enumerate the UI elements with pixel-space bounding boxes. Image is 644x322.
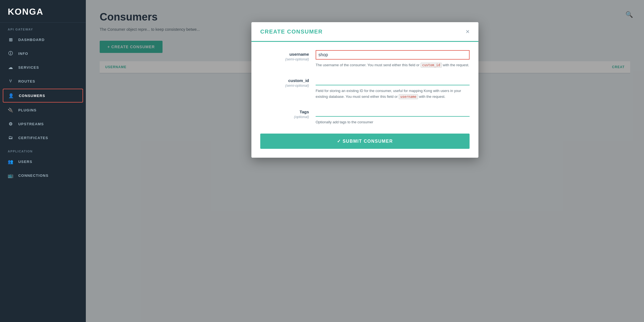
username-input[interactable] — [316, 50, 470, 60]
username-hint-after: with the request. — [442, 63, 469, 67]
sidebar-item-routes[interactable]: ⑂ ROUTES — [0, 74, 86, 88]
username-sub-label: (semi-optional) — [285, 57, 309, 61]
username-label: username — [260, 52, 309, 57]
username-label-col: username (semi-optional) — [260, 50, 316, 62]
logo-area: KONGA — [0, 0, 86, 23]
custom-id-row: custom_id (semi-optional) Field for stor… — [260, 76, 470, 100]
create-consumer-modal: CREATE CONSUMER × username (semi-optiona… — [251, 22, 478, 158]
upstream-icon: ⚙ — [8, 121, 14, 127]
username-hint: The username of the consumer. You must s… — [316, 62, 470, 68]
sidebar-item-certificates[interactable]: 🗂 CERTIFICATES — [0, 131, 86, 145]
sidebar-item-users[interactable]: 👥 USERS — [0, 155, 86, 168]
tags-label: Tags — [260, 109, 309, 114]
username-input-col: The username of the consumer. You must s… — [316, 50, 470, 68]
sidebar-item-connections[interactable]: 📺 CONNECTIONS — [0, 168, 86, 182]
custom-id-label-col: custom_id (semi-optional) — [260, 76, 316, 88]
sidebar-section-application: APPLICATION — [0, 145, 86, 155]
custom-id-input[interactable] — [316, 76, 470, 85]
connections-icon: 📺 — [8, 172, 14, 178]
modal-body: username (semi-optional) The username of… — [251, 42, 478, 158]
tags-row: Tags (optional) Optionally add tags to t… — [260, 108, 470, 125]
info-icon: ⓘ — [8, 50, 14, 57]
tags-input[interactable] — [316, 108, 470, 117]
submit-consumer-button[interactable]: ✓ SUBMIT CONSUMER — [260, 134, 470, 149]
sidebar-item-plugins[interactable]: 🔌 PLUGINS — [0, 103, 86, 117]
main-area: 🔍 Consumers The Consumer object repre...… — [86, 0, 644, 322]
sidebar-item-label: CONSUMERS — [19, 94, 45, 98]
modal-close-button[interactable]: × — [466, 28, 470, 35]
sidebar-item-label: UPSTREAMS — [18, 122, 44, 126]
tags-hint: Optionally add tags to the consumer — [316, 119, 470, 125]
custom-id-hint-after: with the request. — [418, 94, 445, 99]
plugin-icon: 🔌 — [8, 107, 14, 113]
sidebar-item-label: CERTIFICATES — [18, 136, 48, 140]
certificate-icon: 🗂 — [8, 135, 14, 141]
tags-label-col: Tags (optional) — [260, 108, 316, 119]
sidebar-item-label: PLUGINS — [18, 108, 37, 112]
sidebar-item-label: CONNECTIONS — [18, 173, 48, 178]
custom-id-input-col: Field for storing an existing ID for the… — [316, 76, 470, 100]
custom-id-sub-label: (semi-optional) — [285, 83, 309, 88]
username-hint-before: The username of the consumer. You must s… — [316, 63, 421, 67]
modal-overlay: CREATE CONSUMER × username (semi-optiona… — [86, 0, 644, 322]
sidebar: KONGA API GATEWAY ⊞ DASHBOARD ⓘ INFO ☁ S… — [0, 0, 86, 322]
sidebar-item-label: USERS — [18, 160, 32, 164]
consumer-icon: 👤 — [8, 93, 14, 99]
sidebar-item-dashboard[interactable]: ⊞ DASHBOARD — [0, 33, 86, 47]
username-row: username (semi-optional) The username of… — [260, 50, 470, 68]
sidebar-item-info[interactable]: ⓘ INFO — [0, 47, 86, 60]
sidebar-item-label: DASHBOARD — [18, 38, 45, 42]
cloud-icon: ☁ — [8, 64, 14, 70]
dashboard-icon: ⊞ — [8, 37, 14, 43]
sidebar-item-upstreams[interactable]: ⚙ UPSTREAMS — [0, 117, 86, 131]
users-icon: 👥 — [8, 159, 14, 165]
custom-id-hint: Field for storing an existing ID for the… — [316, 88, 470, 100]
sidebar-item-label: SERVICES — [18, 65, 39, 70]
modal-header: CREATE CONSUMER × — [251, 22, 478, 42]
sidebar-item-label: INFO — [18, 52, 28, 56]
routes-icon: ⑂ — [8, 78, 14, 84]
tags-sub-label: (optional) — [294, 115, 309, 119]
custom-id-code: custom_id — [421, 63, 442, 68]
app-logo: KONGA — [8, 7, 43, 17]
sidebar-section-api-gateway: API GATEWAY — [0, 23, 86, 33]
username-code: username — [399, 94, 418, 99]
sidebar-item-services[interactable]: ☁ SERVICES — [0, 60, 86, 74]
custom-id-label: custom_id — [260, 78, 309, 83]
tags-input-col: Optionally add tags to the consumer — [316, 108, 470, 125]
modal-title: CREATE CONSUMER — [260, 29, 323, 35]
sidebar-item-label: ROUTES — [18, 79, 35, 83]
sidebar-item-consumers[interactable]: 👤 CONSUMERS — [3, 89, 83, 103]
